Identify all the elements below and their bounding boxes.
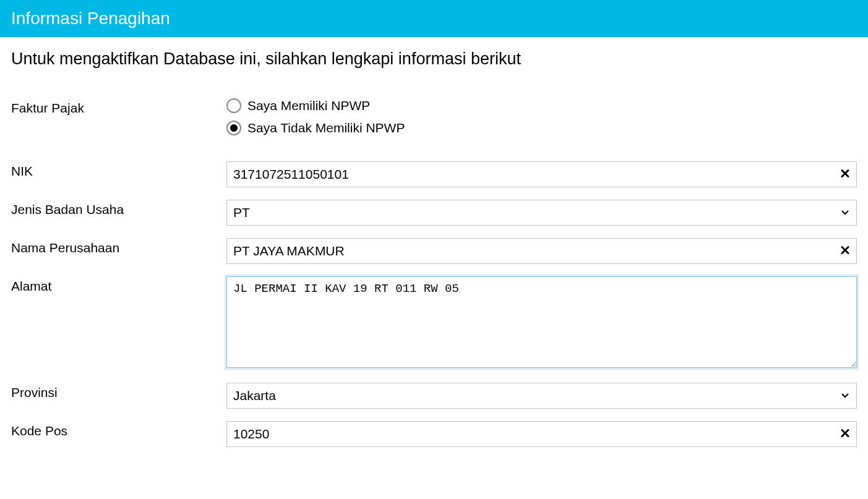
label-spacer xyxy=(11,121,226,123)
form-container: Untuk mengaktifkan Database ini, silahka… xyxy=(0,37,868,472)
clear-icon[interactable] xyxy=(841,428,849,441)
radio-group-faktur-pajak-2: Saya Tidak Memiliki NPWP xyxy=(226,121,857,135)
clear-icon[interactable] xyxy=(841,245,849,258)
input-wrapper-nama xyxy=(226,238,857,264)
provinsi-select[interactable] xyxy=(226,383,857,409)
form-row-nik: NIK xyxy=(11,161,857,187)
select-wrapper-provinsi xyxy=(226,383,857,409)
form-row-provinsi: Provinsi xyxy=(11,383,857,409)
radio-icon xyxy=(226,98,241,113)
form-row-jenis-badan-usaha: Jenis Badan Usaha xyxy=(11,200,857,226)
page-subtitle: Untuk mengaktifkan Database ini, silahka… xyxy=(11,49,857,69)
x-icon xyxy=(841,246,849,255)
input-wrapper-kodepos xyxy=(226,421,857,447)
form-row-faktur-pajak: Faktur Pajak Saya Memiliki NPWP xyxy=(11,98,857,116)
label-alamat: Alamat xyxy=(11,276,226,294)
label-faktur-pajak: Faktur Pajak xyxy=(11,98,226,116)
clear-icon[interactable] xyxy=(841,168,849,181)
label-kode-pos: Kode Pos xyxy=(11,421,226,438)
radio-group-faktur-pajak: Saya Memiliki NPWP xyxy=(226,98,857,113)
radio-option-has-npwp[interactable]: Saya Memiliki NPWP xyxy=(226,98,857,113)
textarea-wrapper-alamat: JL PERMAI II KAV 19 RT 011 RW 05 xyxy=(226,276,857,370)
nama-perusahaan-input[interactable] xyxy=(226,238,857,264)
x-icon xyxy=(841,169,849,178)
alamat-textarea[interactable]: JL PERMAI II KAV 19 RT 011 RW 05 xyxy=(226,276,857,368)
jenis-badan-usaha-select[interactable] xyxy=(226,200,857,226)
form-row-kode-pos: Kode Pos xyxy=(11,421,857,447)
select-wrapper-jenis xyxy=(226,200,857,226)
kode-pos-input[interactable] xyxy=(226,421,857,447)
label-nik: NIK xyxy=(11,161,226,179)
input-wrapper-nik xyxy=(226,161,857,187)
page-header: Informasi Penagihan xyxy=(0,0,868,37)
radio-label-no-npwp: Saya Tidak Memiliki NPWP xyxy=(247,121,405,135)
page-title: Informasi Penagihan xyxy=(11,9,170,28)
label-provinsi: Provinsi xyxy=(11,383,226,400)
radio-option-no-npwp[interactable]: Saya Tidak Memiliki NPWP xyxy=(226,121,857,135)
form-row-faktur-pajak-2: Saya Tidak Memiliki NPWP xyxy=(11,121,857,135)
radio-icon-selected xyxy=(226,121,241,135)
form-row-nama-perusahaan: Nama Perusahaan xyxy=(11,238,857,264)
radio-label-has-npwp: Saya Memiliki NPWP xyxy=(247,98,370,113)
label-nama-perusahaan: Nama Perusahaan xyxy=(11,238,226,255)
label-jenis-badan-usaha: Jenis Badan Usaha xyxy=(11,200,226,217)
x-icon xyxy=(841,429,849,438)
nik-input[interactable] xyxy=(226,161,857,187)
form-row-alamat: Alamat JL PERMAI II KAV 19 RT 011 RW 05 xyxy=(11,276,857,370)
